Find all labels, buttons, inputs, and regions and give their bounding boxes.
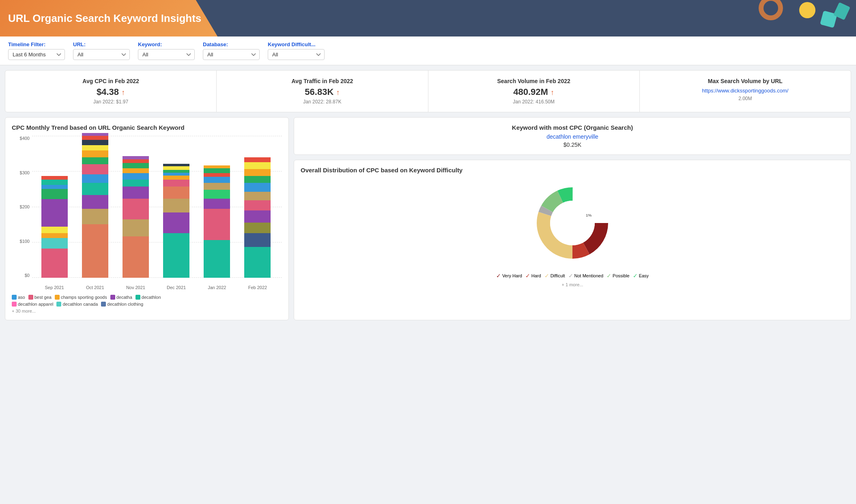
donut-legend-label-hard: Hard	[531, 273, 541, 278]
checkmark-possible: ✓	[607, 272, 611, 279]
kpi-row: Avg CPC in Feb 2022 $4.38 ↑ Jan 2022: $1…	[5, 70, 851, 112]
bar-segment-3-9	[163, 164, 189, 167]
legend-item-decathlon-canada: decathlon canada	[56, 302, 98, 307]
x-label-4: Jan 2022	[197, 285, 237, 290]
timeline-filter-select[interactable]: Last 3 Months Last 6 Months Last 12 Mont…	[8, 49, 65, 60]
donut-legend-hard: ✓ Hard	[525, 272, 541, 279]
keyword-difficulty-filter-select[interactable]: All Very Hard Hard Difficult Not Mention…	[268, 49, 325, 60]
bar-segment-0-0	[41, 249, 68, 278]
legend-color-decathlon	[135, 295, 140, 300]
bar-segment-0-7	[41, 180, 68, 185]
bar-segment-5-5	[244, 192, 271, 200]
url-filter-group: URL: All	[73, 41, 130, 60]
bar-segment-2-1	[123, 219, 149, 237]
x-label-3: Dec 2021	[156, 285, 197, 290]
main-content: CPC Monthly Trend based on URL Organic S…	[5, 117, 851, 320]
bar-segment-0-4	[41, 199, 68, 227]
legend-label-decathlon-canada: decathlon canada	[62, 302, 98, 307]
kpi-max-search-volume-link[interactable]: https://www.dickssportinggoods.com/	[702, 88, 788, 94]
bar-segment-2-3	[123, 187, 149, 199]
bar-group-sep-2021	[38, 136, 71, 278]
kpi-avg-cpc-value: $4.38 ↑	[13, 87, 208, 97]
donut-legend-not-mentioned: ✓ Not Mentioned	[568, 272, 604, 279]
bar-segment-0-2	[41, 233, 68, 238]
kpi-search-volume-title: Search Volume in Feb 2022	[437, 78, 631, 84]
kpi-max-search-volume-title: Max Search Volume by URL	[648, 78, 843, 84]
bar-segment-3-6	[163, 173, 189, 176]
legend-color-aso	[12, 295, 17, 300]
donut-chart-title: Overall Distribution of CPC based on Key…	[301, 167, 844, 174]
bar-segment-1-10	[82, 136, 108, 140]
y-label-0: $0	[12, 273, 32, 278]
bar-group-nov-2021	[119, 136, 152, 278]
keyword-most-cpc-title: Keyword with most CPC (Organic Search)	[301, 124, 844, 131]
keyword-filter-group: Keyword: All	[138, 41, 195, 60]
bar-segment-1-1	[82, 209, 108, 224]
legend-item-decathlon-apparel: decathlon apparel	[12, 302, 53, 307]
bar-segment-3-0	[163, 233, 189, 278]
bar-segment-3-1	[163, 212, 189, 233]
donut-legend-possible: ✓ Possible	[607, 272, 630, 279]
kpi-avg-cpc-sub: Jan 2022: $1.97	[13, 99, 208, 105]
bar-stack-2[interactable]	[123, 156, 149, 278]
url-filter-label: URL:	[73, 41, 130, 47]
bar-stack-5[interactable]	[244, 157, 271, 278]
bar-chart-title: CPC Monthly Trend based on URL Organic S…	[12, 124, 282, 131]
bar-stack-4[interactable]	[204, 165, 230, 278]
bar-segment-4-2	[204, 199, 230, 209]
legend-color-decathlon-apparel	[12, 302, 17, 307]
keyword-filter-select[interactable]: All	[138, 49, 195, 60]
y-axis-labels: $0 $100 $200 $300 $400	[12, 136, 32, 278]
keyword-most-cpc-card: Keyword with most CPC (Organic Search) d…	[294, 117, 851, 155]
bar-chart-panel: CPC Monthly Trend based on URL Organic S…	[5, 117, 289, 320]
donut-svg: 1%	[528, 178, 617, 268]
legend-label-decatha: decatha	[116, 295, 132, 300]
bar-chart-area: $0 $100 $200 $300 $400 Sep 2021Oct 2021N…	[12, 136, 282, 290]
bar-segment-1-11	[82, 133, 108, 136]
kpi-search-volume-value: 480.92M ↑	[437, 87, 631, 97]
bar-segment-5-9	[244, 162, 271, 169]
legend-label-best-gea: best gea	[34, 295, 52, 300]
bar-stack-3[interactable]	[163, 164, 189, 278]
bar-segment-4-5	[204, 177, 230, 183]
kpi-avg-traffic-value: 56.83K ↑	[225, 87, 419, 97]
bar-segment-4-7	[204, 168, 230, 174]
bar-stack-1[interactable]	[82, 133, 108, 278]
legend-color-best-gea	[28, 295, 33, 300]
donut-legend-difficult: ✓ Difficult	[544, 272, 565, 279]
bar-segment-5-4	[244, 200, 271, 211]
database-filter-select[interactable]: All	[203, 49, 260, 60]
kpi-card-max-search-volume: Max Search Volume by URL https://www.dic…	[640, 71, 851, 112]
donut-legend-label-difficult: Difficult	[551, 273, 565, 278]
bar-segment-3-3	[163, 187, 189, 199]
y-label-300: $300	[12, 170, 32, 175]
filters-bar: Timeline Filter: Last 3 Months Last 6 Mo…	[0, 36, 856, 65]
bar-group-jan-2022	[201, 136, 233, 278]
x-label-2: Nov 2021	[115, 285, 156, 290]
keyword-filter-label: Keyword:	[138, 41, 195, 47]
checkmark-not-mentioned: ✓	[568, 272, 573, 279]
database-filter-group: Database: All	[203, 41, 260, 60]
kpi-avg-cpc-title: Avg CPC in Feb 2022	[13, 78, 208, 84]
bar-segment-5-8	[244, 169, 271, 176]
legend-item-decathlon: decathlon	[135, 295, 161, 300]
bar-stack-0[interactable]	[41, 176, 68, 278]
x-label-1: Oct 2021	[75, 285, 115, 290]
keyword-difficulty-filter-group: Keyword Difficult... All Very Hard Hard …	[268, 41, 325, 60]
legend-label-decathlon-apparel: decathlon apparel	[18, 302, 53, 307]
bar-segment-2-9	[123, 156, 149, 160]
kpi-avg-traffic-title: Avg Traffic in Feb 2022	[225, 78, 419, 84]
bar-segment-4-1	[204, 209, 230, 240]
bar-segment-0-6	[41, 185, 68, 189]
bar-group-oct-2021	[79, 136, 111, 278]
header-title-bg: URL Organic Search Keyword Insights	[0, 0, 217, 36]
legend-item-best-gea: best gea	[28, 295, 52, 300]
url-filter-select[interactable]: All	[73, 49, 130, 60]
bar-segment-2-7	[123, 163, 149, 168]
timeline-filter-label: Timeline Filter:	[8, 41, 65, 47]
bar-segment-5-3	[244, 210, 271, 223]
checkmark-very-hard: ✓	[496, 272, 501, 279]
donut-legend-label-possible: Possible	[613, 273, 630, 278]
bar-segment-4-4	[204, 183, 230, 190]
right-panel: Keyword with most CPC (Organic Search) d…	[294, 117, 851, 320]
